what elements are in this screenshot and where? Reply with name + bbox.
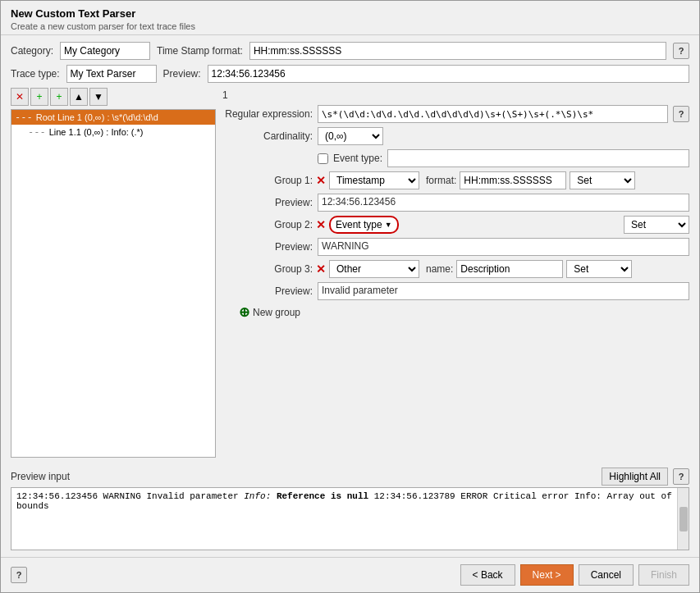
group2-type-label: Event type bbox=[336, 219, 382, 230]
group2-type-circled: Event type ▼ bbox=[329, 216, 399, 234]
preview-scrollbar[interactable] bbox=[677, 488, 689, 550]
tree-item-line11-label: Line 1.1 (0,∞) : Info: (.*) bbox=[49, 127, 144, 137]
regex-help-button[interactable]: ? bbox=[673, 106, 689, 122]
group3-set-select[interactable]: Set bbox=[566, 260, 632, 278]
group2-preview-label: Preview: bbox=[222, 241, 313, 253]
group3-preview-value: Invalid parameter bbox=[318, 282, 689, 300]
group1-preview-row: Preview: 12:34:56.123456 bbox=[222, 194, 689, 212]
group2-set-select[interactable]: Set bbox=[624, 216, 689, 234]
group2-dropdown-arrow: ▼ bbox=[385, 221, 392, 229]
group1-set-select[interactable]: Set bbox=[570, 171, 635, 189]
timestamp-input[interactable] bbox=[249, 42, 666, 60]
preview-outer: 12:34:56.123456 WARNING Invalid paramete… bbox=[11, 487, 689, 550]
group3-label: Group 3: bbox=[222, 263, 313, 275]
timestamp-help-button[interactable]: ? bbox=[673, 43, 689, 59]
trace-label: Trace type: bbox=[11, 68, 60, 80]
dialog-body: Category: Time Stamp format: ? Trace typ… bbox=[1, 35, 699, 557]
right-panel: 1 Regular expression: ? Cardinality: (0,… bbox=[222, 88, 689, 458]
new-custom-text-parser-dialog: New Custom Text Parser Create a new cust… bbox=[0, 0, 700, 593]
event-type-label: Event type: bbox=[333, 153, 382, 164]
new-group-label: New group bbox=[253, 307, 300, 318]
preview-help-button[interactable]: ? bbox=[673, 468, 689, 485]
cancel-button[interactable]: Cancel bbox=[579, 564, 634, 586]
new-group-button[interactable]: ⊕ bbox=[239, 304, 249, 320]
group1-preview-label: Preview: bbox=[222, 197, 313, 208]
highlight-all-button[interactable]: Highlight All bbox=[602, 468, 668, 486]
line-number: 1 bbox=[222, 88, 689, 101]
group3-delete-button[interactable]: ✕ bbox=[316, 263, 326, 275]
main-content: ✕ + + ▲ ▼ --- Root Line 1 (0,∞) : \s*(\d… bbox=[11, 88, 689, 458]
preview-box[interactable]: 12:34:56.123456 WARNING Invalid paramete… bbox=[11, 488, 677, 550]
dialog-title: New Custom Text Parser bbox=[11, 7, 689, 20]
footer-right: < Back Next > Cancel Finish bbox=[460, 564, 689, 586]
preview-line2: Info: Reference is null bbox=[244, 491, 368, 501]
preview-header: Preview input Highlight All ? bbox=[11, 466, 689, 487]
tree-item-line11[interactable]: --- Line 1.1 (0,∞) : Info: (.*) bbox=[11, 125, 215, 139]
regex-row: Regular expression: ? bbox=[222, 105, 689, 123]
left-panel: ✕ + + ▲ ▼ --- Root Line 1 (0,∞) : \s*(\d… bbox=[11, 88, 216, 458]
toolbar: ✕ + + ▲ ▼ bbox=[11, 88, 216, 106]
group3-type-select[interactable]: Timestamp Event type Other bbox=[329, 260, 419, 278]
group1-preview-value: 12:34:56.123456 bbox=[318, 194, 689, 212]
preview-label: Preview: bbox=[163, 68, 201, 80]
move-down-button[interactable]: ▼ bbox=[89, 88, 108, 106]
regex-input[interactable] bbox=[318, 105, 668, 123]
new-group-row: ⊕ New group bbox=[222, 304, 689, 320]
group1-row: Group 1: ✕ Timestamp Event type Other fo… bbox=[222, 171, 689, 189]
group2-preview-value: WARNING bbox=[318, 238, 689, 256]
timestamp-label: Time Stamp format: bbox=[157, 45, 243, 57]
group1-label: Group 1: bbox=[222, 175, 313, 186]
trace-row: Trace type: Preview: bbox=[11, 65, 689, 83]
dialog-footer: ? < Back Next > Cancel Finish bbox=[1, 557, 699, 592]
cardinality-select[interactable]: (0,∞) (1,∞) (0,1) (1,1) bbox=[318, 127, 383, 145]
add-sibling-button[interactable]: + bbox=[50, 88, 68, 106]
move-up-button[interactable]: ▲ bbox=[70, 88, 88, 106]
group3-row: Group 3: ✕ Timestamp Event type Other na… bbox=[222, 260, 689, 278]
highlighted-text: 12:34:56.123456 WARNING Invalid paramete… bbox=[16, 491, 239, 501]
dialog-header: New Custom Text Parser Create a new cust… bbox=[1, 1, 699, 35]
preview-section: Preview input Highlight All ? 12:34:56.1… bbox=[11, 466, 689, 550]
category-input[interactable] bbox=[60, 42, 150, 60]
group2-row: Group 2: ✕ Event type ▼ Set bbox=[222, 216, 689, 234]
event-type-input[interactable] bbox=[387, 149, 689, 167]
dialog-subtitle: Create a new custom parser for text trac… bbox=[11, 21, 689, 31]
tree-view[interactable]: --- Root Line 1 (0,∞) : \s*(\d\d:\d\d --… bbox=[11, 109, 216, 458]
category-row: Category: Time Stamp format: ? bbox=[11, 42, 689, 60]
finish-button[interactable]: Finish bbox=[638, 564, 689, 586]
preview-controls: Highlight All ? bbox=[602, 468, 689, 486]
group1-format-label: format: bbox=[426, 175, 456, 186]
tree-item-root[interactable]: --- Root Line 1 (0,∞) : \s*(\d\d:\d\d bbox=[11, 110, 215, 125]
preview-line3: 12:34:56.123789 ERROR Critical error bbox=[374, 491, 570, 501]
group1-delete-button[interactable]: ✕ bbox=[316, 175, 326, 186]
group3-preview-label: Preview: bbox=[222, 285, 313, 297]
preview-input[interactable] bbox=[208, 65, 689, 83]
category-label: Category: bbox=[11, 45, 53, 57]
preview-line1: 12:34:56.123456 WARNING Invalid paramete… bbox=[16, 491, 239, 501]
cardinality-row: Cardinality: (0,∞) (1,∞) (0,1) (1,1) bbox=[222, 127, 689, 145]
group3-preview-row: Preview: Invalid parameter bbox=[222, 282, 689, 300]
group2-delete-button[interactable]: ✕ bbox=[316, 219, 326, 230]
next-button[interactable]: Next > bbox=[520, 564, 574, 586]
group1-format-input[interactable] bbox=[460, 171, 566, 189]
tree-dash-root: --- bbox=[15, 112, 33, 123]
event-type-checkbox[interactable] bbox=[318, 153, 328, 164]
cardinality-label: Cardinality: bbox=[222, 130, 313, 142]
back-button[interactable]: < Back bbox=[460, 564, 515, 586]
group3-name-input[interactable] bbox=[456, 260, 563, 278]
group2-label: Group 2: bbox=[222, 219, 313, 230]
group3-name-label: name: bbox=[426, 263, 453, 275]
group1-type-select[interactable]: Timestamp Event type Other bbox=[329, 171, 419, 189]
trace-input[interactable] bbox=[66, 65, 157, 83]
regex-label: Regular expression: bbox=[222, 108, 313, 120]
group2-preview-row: Preview: WARNING bbox=[222, 238, 689, 256]
event-type-row: Event type: bbox=[222, 149, 689, 167]
tree-item-root-label: Root Line 1 (0,∞) : \s*(\d\d:\d\d bbox=[36, 112, 158, 122]
preview-section-label: Preview input bbox=[11, 471, 70, 482]
footer-help-button[interactable]: ? bbox=[11, 567, 27, 583]
footer-left: ? bbox=[11, 567, 27, 583]
tree-dash-child: --- bbox=[28, 126, 46, 138]
delete-button[interactable]: ✕ bbox=[11, 88, 29, 106]
add-child-button[interactable]: + bbox=[30, 88, 48, 106]
